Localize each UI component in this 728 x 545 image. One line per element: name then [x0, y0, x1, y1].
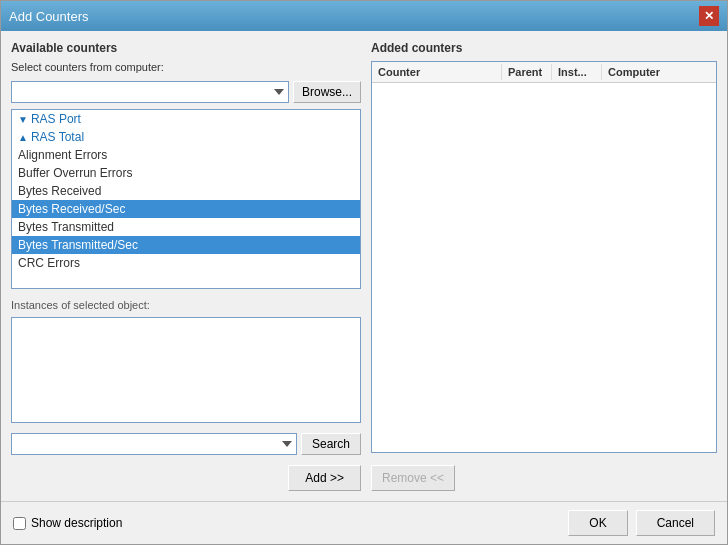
- show-description-checkbox[interactable]: [13, 517, 26, 530]
- computer-select-label: Select counters from computer:: [11, 61, 361, 73]
- list-item[interactable]: Bytes Received: [12, 182, 360, 200]
- added-counters-label: Added counters: [371, 41, 717, 55]
- list-item[interactable]: ▲RAS Total: [12, 128, 360, 146]
- computer-row: Browse...: [11, 81, 361, 103]
- search-row: Search: [11, 433, 361, 455]
- available-counters-label: Available counters: [11, 41, 361, 55]
- footer-buttons: OK Cancel: [568, 510, 715, 536]
- ok-button[interactable]: OK: [568, 510, 627, 536]
- col-header-parent: Parent: [502, 64, 552, 80]
- browse-button[interactable]: Browse...: [293, 81, 361, 103]
- show-description-row: Show description: [13, 516, 122, 530]
- computer-dropdown[interactable]: [11, 81, 289, 103]
- list-item[interactable]: ▼RAS Port: [12, 110, 360, 128]
- list-item[interactable]: Bytes Transmitted: [12, 218, 360, 236]
- remove-row: Remove <<: [371, 465, 717, 491]
- dialog-body: Available counters Select counters from …: [1, 31, 727, 501]
- show-description-label: Show description: [31, 516, 122, 530]
- instances-label: Instances of selected object:: [11, 299, 361, 311]
- dialog-footer: Show description OK Cancel: [1, 501, 727, 544]
- list-item[interactable]: Alignment Errors: [12, 146, 360, 164]
- added-counters-table[interactable]: Counter Parent Inst... Computer: [371, 61, 717, 453]
- list-item[interactable]: Buffer Overrun Errors: [12, 164, 360, 182]
- expand-arrow-icon: ▼: [18, 114, 28, 125]
- instances-box[interactable]: [11, 317, 361, 423]
- col-header-inst: Inst...: [552, 64, 602, 80]
- col-header-computer: Computer: [602, 64, 716, 80]
- left-panel: Available counters Select counters from …: [11, 41, 361, 491]
- col-header-counter: Counter: [372, 64, 502, 80]
- remove-button[interactable]: Remove <<: [371, 465, 455, 491]
- add-button[interactable]: Add >>: [288, 465, 361, 491]
- cancel-button[interactable]: Cancel: [636, 510, 715, 536]
- title-bar: Add Counters ✕: [1, 1, 727, 31]
- close-button[interactable]: ✕: [699, 6, 719, 26]
- list-item[interactable]: Bytes Received/Sec: [12, 200, 360, 218]
- counters-list[interactable]: ▼RAS Port▲RAS TotalAlignment ErrorsBuffe…: [11, 109, 361, 289]
- table-header: Counter Parent Inst... Computer: [372, 62, 716, 83]
- list-item[interactable]: CRC Errors: [12, 254, 360, 272]
- right-panel: Added counters Counter Parent Inst... Co…: [371, 41, 717, 491]
- search-dropdown[interactable]: [11, 433, 297, 455]
- collapse-arrow-icon: ▲: [18, 132, 28, 143]
- list-item[interactable]: Bytes Transmitted/Sec: [12, 236, 360, 254]
- add-counters-dialog: Add Counters ✕ Available counters Select…: [0, 0, 728, 545]
- dialog-title: Add Counters: [9, 9, 89, 24]
- search-button[interactable]: Search: [301, 433, 361, 455]
